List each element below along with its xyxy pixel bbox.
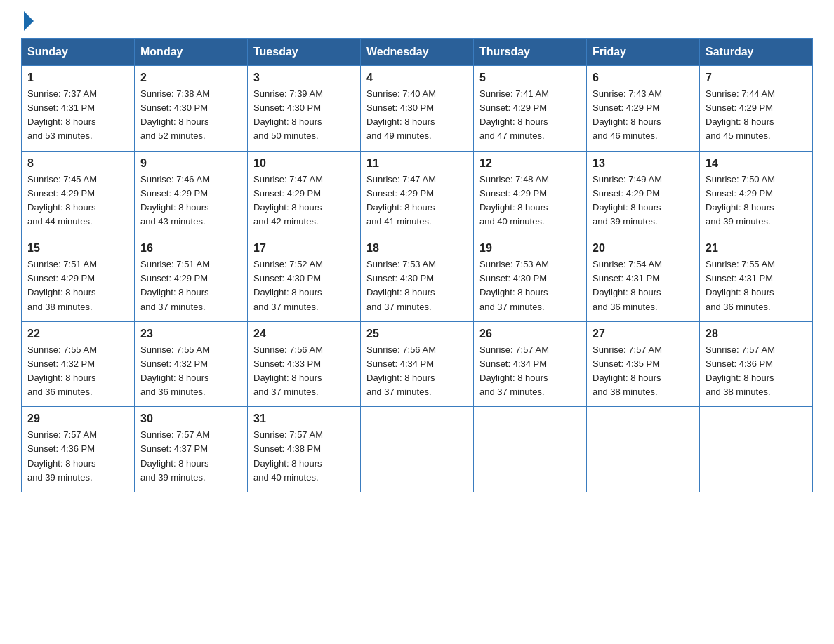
calendar-header-row: SundayMondayTuesdayWednesdayThursdayFrid…: [22, 39, 813, 66]
day-number: 25: [366, 328, 468, 340]
calendar-cell: 16 Sunrise: 7:51 AMSunset: 4:29 PMDaylig…: [135, 236, 248, 322]
day-number: 31: [253, 412, 355, 425]
calendar-cell: 4 Sunrise: 7:40 AMSunset: 4:30 PMDayligh…: [361, 66, 474, 152]
calendar-cell: 1 Sunrise: 7:37 AMSunset: 4:31 PMDayligh…: [22, 66, 135, 152]
calendar-cell: 15 Sunrise: 7:51 AMSunset: 4:29 PMDaylig…: [22, 236, 135, 322]
calendar-week-row: 8 Sunrise: 7:45 AMSunset: 4:29 PMDayligh…: [22, 151, 813, 236]
logo: [21, 14, 34, 27]
calendar-cell: 20 Sunrise: 7:54 AMSunset: 4:31 PMDaylig…: [587, 236, 700, 322]
day-info: Sunrise: 7:44 AMSunset: 4:29 PMDaylight:…: [706, 87, 807, 144]
calendar-cell: 14 Sunrise: 7:50 AMSunset: 4:29 PMDaylig…: [700, 151, 813, 236]
logo-triangle-icon: [24, 11, 34, 31]
day-info: Sunrise: 7:40 AMSunset: 4:30 PMDaylight:…: [366, 87, 468, 144]
calendar-cell: 6 Sunrise: 7:43 AMSunset: 4:29 PMDayligh…: [587, 66, 700, 152]
calendar-cell: 29 Sunrise: 7:57 AMSunset: 4:36 PMDaylig…: [22, 407, 135, 492]
day-info: Sunrise: 7:53 AMSunset: 4:30 PMDaylight:…: [479, 257, 581, 314]
day-info: Sunrise: 7:37 AMSunset: 4:31 PMDaylight:…: [27, 87, 128, 144]
calendar-cell: 17 Sunrise: 7:52 AMSunset: 4:30 PMDaylig…: [248, 236, 361, 322]
page-header: [21, 14, 813, 27]
day-info: Sunrise: 7:43 AMSunset: 4:29 PMDaylight:…: [593, 87, 694, 144]
calendar-cell: [587, 407, 700, 492]
calendar-week-row: 1 Sunrise: 7:37 AMSunset: 4:31 PMDayligh…: [22, 66, 813, 152]
day-number: 18: [366, 242, 468, 255]
calendar-header-monday: Monday: [135, 39, 248, 66]
calendar-cell: 24 Sunrise: 7:56 AMSunset: 4:33 PMDaylig…: [248, 321, 361, 407]
day-info: Sunrise: 7:57 AMSunset: 4:35 PMDaylight:…: [593, 343, 694, 400]
calendar-cell: 13 Sunrise: 7:49 AMSunset: 4:29 PMDaylig…: [587, 151, 700, 236]
calendar-cell: 26 Sunrise: 7:57 AMSunset: 4:34 PMDaylig…: [474, 321, 587, 407]
day-info: Sunrise: 7:54 AMSunset: 4:31 PMDaylight:…: [593, 257, 694, 314]
calendar-cell: 18 Sunrise: 7:53 AMSunset: 4:30 PMDaylig…: [361, 236, 474, 322]
day-info: Sunrise: 7:55 AMSunset: 4:32 PMDaylight:…: [140, 343, 241, 400]
day-info: Sunrise: 7:52 AMSunset: 4:30 PMDaylight:…: [253, 257, 355, 314]
day-number: 27: [593, 328, 694, 340]
calendar-cell: 25 Sunrise: 7:56 AMSunset: 4:34 PMDaylig…: [361, 321, 474, 407]
day-number: 3: [253, 72, 355, 84]
day-info: Sunrise: 7:49 AMSunset: 4:29 PMDaylight:…: [593, 173, 694, 229]
day-number: 11: [366, 157, 468, 170]
calendar-header-wednesday: Wednesday: [361, 39, 474, 66]
day-info: Sunrise: 7:47 AMSunset: 4:29 PMDaylight:…: [253, 173, 355, 229]
calendar-cell: 23 Sunrise: 7:55 AMSunset: 4:32 PMDaylig…: [135, 321, 248, 407]
day-info: Sunrise: 7:57 AMSunset: 4:36 PMDaylight:…: [706, 343, 807, 400]
day-number: 20: [593, 242, 694, 255]
calendar-cell: 31 Sunrise: 7:57 AMSunset: 4:38 PMDaylig…: [248, 407, 361, 492]
calendar-cell: 27 Sunrise: 7:57 AMSunset: 4:35 PMDaylig…: [587, 321, 700, 407]
calendar-cell: 12 Sunrise: 7:48 AMSunset: 4:29 PMDaylig…: [474, 151, 587, 236]
day-number: 15: [27, 242, 128, 255]
day-info: Sunrise: 7:45 AMSunset: 4:29 PMDaylight:…: [27, 173, 128, 229]
calendar-cell: [361, 407, 474, 492]
day-number: 30: [140, 412, 241, 425]
calendar-header-friday: Friday: [587, 39, 700, 66]
calendar-cell: 28 Sunrise: 7:57 AMSunset: 4:36 PMDaylig…: [700, 321, 813, 407]
day-number: 7: [706, 72, 807, 84]
calendar-cell: 10 Sunrise: 7:47 AMSunset: 4:29 PMDaylig…: [248, 151, 361, 236]
calendar-week-row: 29 Sunrise: 7:57 AMSunset: 4:36 PMDaylig…: [22, 407, 813, 492]
calendar-cell: 2 Sunrise: 7:38 AMSunset: 4:30 PMDayligh…: [135, 66, 248, 152]
calendar-cell: 8 Sunrise: 7:45 AMSunset: 4:29 PMDayligh…: [22, 151, 135, 236]
day-number: 1: [27, 72, 128, 84]
day-number: 17: [253, 242, 355, 255]
day-info: Sunrise: 7:57 AMSunset: 4:38 PMDaylight:…: [253, 428, 355, 485]
day-number: 6: [593, 72, 694, 84]
day-info: Sunrise: 7:51 AMSunset: 4:29 PMDaylight:…: [140, 257, 241, 314]
day-info: Sunrise: 7:55 AMSunset: 4:32 PMDaylight:…: [27, 343, 128, 400]
day-number: 12: [479, 157, 581, 170]
day-info: Sunrise: 7:39 AMSunset: 4:30 PMDaylight:…: [253, 87, 355, 144]
day-info: Sunrise: 7:47 AMSunset: 4:29 PMDaylight:…: [366, 173, 468, 229]
calendar-cell: 19 Sunrise: 7:53 AMSunset: 4:30 PMDaylig…: [474, 236, 587, 322]
calendar-cell: 30 Sunrise: 7:57 AMSunset: 4:37 PMDaylig…: [135, 407, 248, 492]
day-number: 10: [253, 157, 355, 170]
calendar-cell: 5 Sunrise: 7:41 AMSunset: 4:29 PMDayligh…: [474, 66, 587, 152]
calendar-cell: [700, 407, 813, 492]
calendar-header-saturday: Saturday: [700, 39, 813, 66]
calendar-cell: 7 Sunrise: 7:44 AMSunset: 4:29 PMDayligh…: [700, 66, 813, 152]
calendar-cell: 3 Sunrise: 7:39 AMSunset: 4:30 PMDayligh…: [248, 66, 361, 152]
day-number: 4: [366, 72, 468, 84]
calendar-cell: 9 Sunrise: 7:46 AMSunset: 4:29 PMDayligh…: [135, 151, 248, 236]
day-number: 19: [479, 242, 581, 255]
day-info: Sunrise: 7:57 AMSunset: 4:34 PMDaylight:…: [479, 343, 581, 400]
day-info: Sunrise: 7:56 AMSunset: 4:34 PMDaylight:…: [366, 343, 468, 400]
day-number: 28: [706, 328, 807, 340]
day-info: Sunrise: 7:53 AMSunset: 4:30 PMDaylight:…: [366, 257, 468, 314]
calendar-header-sunday: Sunday: [22, 39, 135, 66]
day-info: Sunrise: 7:57 AMSunset: 4:37 PMDaylight:…: [140, 428, 241, 485]
day-number: 8: [27, 157, 128, 170]
day-number: 9: [140, 157, 241, 170]
day-number: 13: [593, 157, 694, 170]
calendar-week-row: 22 Sunrise: 7:55 AMSunset: 4:32 PMDaylig…: [22, 321, 813, 407]
day-info: Sunrise: 7:51 AMSunset: 4:29 PMDaylight:…: [27, 257, 128, 314]
day-info: Sunrise: 7:56 AMSunset: 4:33 PMDaylight:…: [253, 343, 355, 400]
day-info: Sunrise: 7:48 AMSunset: 4:29 PMDaylight:…: [479, 173, 581, 229]
day-number: 23: [140, 328, 241, 340]
day-info: Sunrise: 7:46 AMSunset: 4:29 PMDaylight:…: [140, 173, 241, 229]
calendar-cell: [474, 407, 587, 492]
day-info: Sunrise: 7:50 AMSunset: 4:29 PMDaylight:…: [706, 173, 807, 229]
day-number: 16: [140, 242, 241, 255]
day-number: 21: [706, 242, 807, 255]
day-number: 24: [253, 328, 355, 340]
day-info: Sunrise: 7:55 AMSunset: 4:31 PMDaylight:…: [706, 257, 807, 314]
day-number: 5: [479, 72, 581, 84]
calendar-table: SundayMondayTuesdayWednesdayThursdayFrid…: [21, 38, 813, 492]
